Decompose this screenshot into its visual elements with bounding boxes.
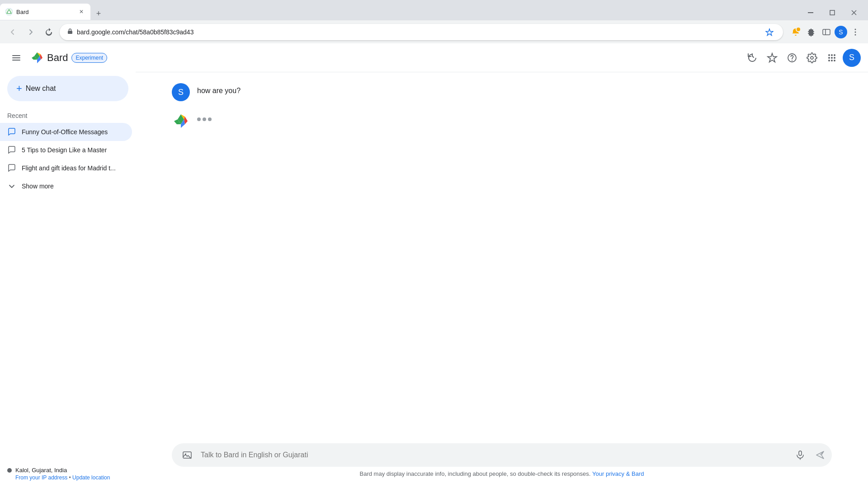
microphone-button[interactable] (792, 447, 808, 463)
disclaimer-text: Bard may display inaccurate info, includ… (360, 470, 593, 477)
dot-1 (197, 117, 201, 121)
browser-chrome: Bard ✕ + b (0, 0, 868, 43)
chat-area: S how are you? (136, 72, 868, 436)
history-button[interactable] (743, 49, 761, 67)
svg-rect-14 (12, 57, 20, 58)
chat-name-flight: Flight and gift ideas for Madrid t... (22, 164, 116, 172)
new-tab-button[interactable]: + (92, 7, 105, 20)
update-location-link[interactable]: Update location (72, 474, 110, 481)
bookmark-star-button[interactable] (763, 26, 776, 38)
recent-label: Recent (0, 108, 136, 123)
dot-3 (208, 117, 212, 121)
svg-point-29 (828, 60, 830, 61)
chat-item-tips[interactable]: 5 Tips to Design Like a Master (0, 141, 132, 159)
new-chat-plus-icon: + (16, 83, 22, 94)
svg-rect-8 (823, 29, 830, 35)
svg-rect-13 (12, 55, 20, 56)
tab-favicon (5, 8, 13, 15)
experiment-badge: Experiment (71, 53, 107, 63)
main-content: S S how are you? (136, 43, 868, 488)
chat-bubble-icon-flight (7, 164, 16, 173)
extensions-bell-button[interactable] (788, 25, 803, 39)
svg-point-24 (831, 54, 833, 56)
sidebar-toggle-button[interactable] (819, 25, 834, 39)
tab-title: Bard (16, 9, 74, 15)
url-text: bard.google.com/chat/58a0b85f83c9ad43 (77, 28, 760, 36)
close-window-button[interactable] (844, 5, 864, 20)
chat-name-funny: Funny Out-of-Office Messages (22, 128, 108, 136)
tab-close-button[interactable]: ✕ (78, 8, 85, 15)
chrome-menu-button[interactable] (848, 25, 863, 39)
app: Bard Experiment + New chat Recent Funny … (0, 43, 868, 488)
app-header: S (136, 43, 868, 72)
from-ip-link[interactable]: From your IP address (15, 474, 67, 481)
svg-point-22 (792, 60, 793, 61)
chat-name-tips: 5 Tips to Design Like a Master (22, 146, 107, 154)
new-chat-label: New chat (26, 84, 56, 93)
svg-point-12 (855, 34, 856, 35)
svg-point-26 (828, 57, 830, 59)
location-links: From your IP address • Update location (7, 474, 128, 481)
location-name: Kalol, Gujarat, India (15, 467, 67, 474)
settings-button[interactable] (803, 49, 821, 67)
chat-item-flight[interactable]: Flight and gift ideas for Madrid t... (0, 159, 132, 177)
reload-button[interactable] (42, 25, 56, 39)
brand: Bard Experiment (31, 52, 107, 64)
sidebar: Bard Experiment + New chat Recent Funny … (0, 43, 136, 488)
chat-bubble-icon-funny (7, 127, 16, 136)
menu-icon-button[interactable] (7, 49, 25, 67)
show-more-button[interactable]: Show more (0, 177, 132, 195)
favorites-button[interactable] (763, 49, 781, 67)
address-bar[interactable]: bard.google.com/chat/58a0b85f83c9ad43 (60, 24, 783, 40)
svg-point-30 (831, 60, 833, 61)
svg-point-11 (855, 31, 856, 33)
svg-point-25 (834, 54, 835, 56)
user-message-row: S how are you? (172, 83, 832, 101)
svg-point-27 (831, 57, 833, 59)
svg-point-31 (834, 60, 835, 61)
sidebar-footer: Kalol, Gujarat, India From your IP addre… (0, 460, 136, 488)
user-message-text: how are you? (197, 83, 241, 95)
address-bar-actions (763, 26, 776, 38)
svg-point-23 (828, 54, 830, 56)
input-row (172, 443, 832, 467)
lock-icon (67, 28, 73, 36)
window-controls (800, 5, 868, 20)
minimize-button[interactable] (800, 5, 821, 20)
send-button[interactable] (812, 447, 828, 463)
google-apps-button[interactable] (823, 49, 841, 67)
svg-rect-39 (799, 451, 802, 455)
header-profile-button[interactable]: S (843, 49, 861, 67)
disclaimer: Bard may display inaccurate info, includ… (172, 467, 832, 484)
separator: • (69, 474, 73, 481)
address-bar-row: bard.google.com/chat/58a0b85f83c9ad43 S (0, 20, 868, 43)
new-chat-button[interactable]: + New chat (7, 76, 128, 101)
user-avatar: S (172, 83, 190, 101)
chat-item-funny[interactable]: Funny Out-of-Office Messages (0, 123, 132, 141)
sidebar-header: Bard Experiment (0, 43, 136, 72)
active-tab[interactable]: Bard ✕ (0, 4, 90, 20)
maximize-button[interactable] (822, 5, 843, 20)
svg-rect-7 (68, 31, 72, 34)
image-upload-button[interactable] (179, 447, 195, 463)
svg-point-28 (834, 57, 835, 59)
forward-button[interactable] (24, 25, 38, 39)
help-button[interactable] (783, 49, 801, 67)
extensions-puzzle-button[interactable] (804, 25, 818, 39)
svg-rect-15 (12, 60, 20, 61)
location-dot-icon (7, 468, 12, 473)
bard-avatar (172, 112, 190, 130)
svg-rect-3 (808, 12, 813, 13)
location-row: Kalol, Gujarat, India (7, 467, 128, 474)
svg-rect-4 (830, 10, 835, 15)
chat-input[interactable] (199, 447, 788, 463)
brand-name: Bard (47, 52, 68, 64)
input-area: Bard may display inaccurate info, includ… (136, 436, 868, 488)
toolbar-icons: S (788, 25, 863, 39)
privacy-link[interactable]: Your privacy & Bard (592, 470, 644, 477)
show-more-label: Show more (22, 183, 54, 190)
profile-button[interactable]: S (835, 26, 847, 38)
back-button[interactable] (5, 25, 20, 39)
bard-message-row (172, 112, 832, 130)
chat-list: Funny Out-of-Office Messages 5 Tips to D… (0, 123, 136, 177)
